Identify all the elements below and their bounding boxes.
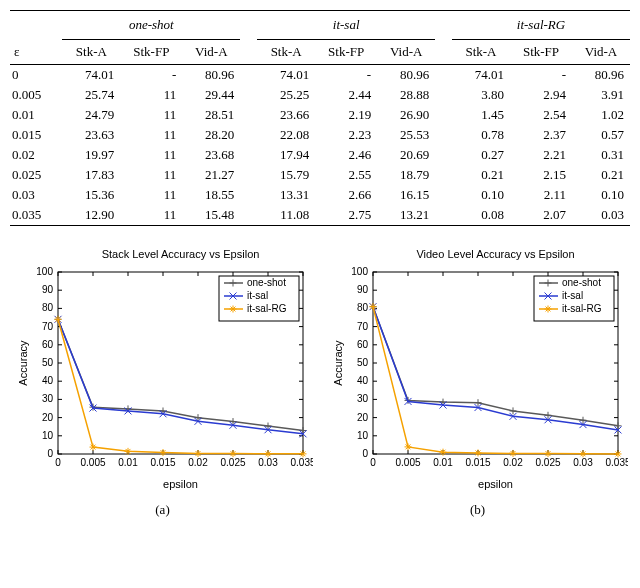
eps-cell: 0.025	[10, 165, 62, 185]
data-cell: 1.45	[452, 105, 510, 125]
svg-text:20: 20	[41, 412, 53, 423]
svg-text:100: 100	[36, 266, 53, 277]
data-cell: -	[120, 65, 182, 86]
data-cell: 11	[120, 145, 182, 165]
data-cell: 2.23	[315, 125, 377, 145]
svg-text:70: 70	[41, 321, 53, 332]
svg-text:0.025: 0.025	[220, 457, 245, 468]
svg-text:30: 30	[356, 393, 368, 404]
svg-text:0.025: 0.025	[535, 457, 560, 468]
data-cell: 80.96	[572, 65, 630, 86]
data-cell: 3.80	[452, 85, 510, 105]
data-cell: 2.07	[510, 205, 572, 226]
chart-a-caption: (a)	[155, 502, 169, 518]
chart-b: Video Level Accuracy vs Epsilon010203040…	[328, 244, 628, 494]
svg-text:10: 10	[41, 430, 53, 441]
data-cell: 13.21	[377, 205, 435, 226]
svg-text:0.03: 0.03	[258, 457, 278, 468]
data-cell: 28.88	[377, 85, 435, 105]
svg-text:epsilon: epsilon	[478, 478, 513, 490]
svg-text:Accuracy: Accuracy	[332, 340, 344, 386]
results-table: one-shot it-sal it-sal-RG ε Stk-A Stk-FP…	[10, 10, 630, 226]
svg-text:0.01: 0.01	[433, 457, 453, 468]
col-vid-a-3: Vid-A	[572, 40, 630, 65]
data-cell: 19.97	[62, 145, 120, 165]
data-cell: 2.21	[510, 145, 572, 165]
data-cell: 12.90	[62, 205, 120, 226]
data-cell: 11	[120, 205, 182, 226]
eps-cell: 0.015	[10, 125, 62, 145]
svg-text:80: 80	[41, 302, 53, 313]
data-cell: 2.11	[510, 185, 572, 205]
data-cell: 11.08	[257, 205, 315, 226]
svg-text:40: 40	[356, 375, 368, 386]
data-cell: 11	[120, 185, 182, 205]
data-cell: 74.01	[62, 65, 120, 86]
svg-text:Stack Level Accuracy vs Epsilo: Stack Level Accuracy vs Epsilon	[101, 248, 259, 260]
data-cell: 25.74	[62, 85, 120, 105]
data-cell: 29.44	[182, 85, 240, 105]
chart-b-wrap: Video Level Accuracy vs Epsilon010203040…	[328, 244, 628, 518]
data-cell: 2.75	[315, 205, 377, 226]
epsilon-header: ε	[10, 40, 62, 65]
svg-text:90: 90	[356, 284, 368, 295]
chart-a-wrap: Stack Level Accuracy vs Epsilon010203040…	[13, 244, 313, 518]
svg-text:it-sal-RG: it-sal-RG	[562, 303, 602, 314]
svg-text:80: 80	[356, 302, 368, 313]
svg-text:70: 70	[356, 321, 368, 332]
svg-text:0.02: 0.02	[503, 457, 523, 468]
data-cell: 23.66	[257, 105, 315, 125]
data-cell: 2.19	[315, 105, 377, 125]
svg-text:Accuracy: Accuracy	[17, 340, 29, 386]
eps-cell: 0.03	[10, 185, 62, 205]
svg-text:0.015: 0.015	[465, 457, 490, 468]
data-cell: 0.10	[452, 185, 510, 205]
svg-text:0.035: 0.035	[605, 457, 628, 468]
chart-a: Stack Level Accuracy vs Epsilon010203040…	[13, 244, 313, 494]
data-cell: 2.46	[315, 145, 377, 165]
data-cell: 11	[120, 165, 182, 185]
group-it-sal-rg: it-sal-RG	[452, 11, 630, 40]
svg-text:30: 30	[41, 393, 53, 404]
svg-text:0: 0	[362, 448, 368, 459]
data-cell: -	[510, 65, 572, 86]
data-cell: 0.03	[572, 205, 630, 226]
data-cell: 21.27	[182, 165, 240, 185]
eps-cell: 0.02	[10, 145, 62, 165]
data-cell: 11	[120, 85, 182, 105]
data-cell: 26.90	[377, 105, 435, 125]
svg-text:0.02: 0.02	[188, 457, 208, 468]
data-cell: 28.51	[182, 105, 240, 125]
data-cell: 0.08	[452, 205, 510, 226]
data-cell: 0.78	[452, 125, 510, 145]
col-stk-a-1: Stk-A	[62, 40, 120, 65]
col-stk-fp-3: Stk-FP	[510, 40, 572, 65]
data-cell: -	[315, 65, 377, 86]
svg-text:20: 20	[356, 412, 368, 423]
data-cell: 23.68	[182, 145, 240, 165]
data-cell: 1.02	[572, 105, 630, 125]
data-cell: 13.31	[257, 185, 315, 205]
data-cell: 11	[120, 125, 182, 145]
col-vid-a-1: Vid-A	[182, 40, 240, 65]
data-cell: 20.69	[377, 145, 435, 165]
svg-text:Video Level Accuracy vs Epsilo: Video Level Accuracy vs Epsilon	[416, 248, 574, 260]
group-it-sal: it-sal	[257, 11, 435, 40]
data-cell: 2.54	[510, 105, 572, 125]
col-vid-a-2: Vid-A	[377, 40, 435, 65]
col-stk-fp-1: Stk-FP	[120, 40, 182, 65]
data-cell: 23.63	[62, 125, 120, 145]
svg-text:50: 50	[41, 357, 53, 368]
eps-cell: 0	[10, 65, 62, 86]
data-cell: 2.44	[315, 85, 377, 105]
data-cell: 3.91	[572, 85, 630, 105]
data-cell: 15.48	[182, 205, 240, 226]
svg-text:0.03: 0.03	[573, 457, 593, 468]
data-cell: 0.10	[572, 185, 630, 205]
data-cell: 2.15	[510, 165, 572, 185]
data-cell: 80.96	[182, 65, 240, 86]
data-cell: 2.94	[510, 85, 572, 105]
data-cell: 0.31	[572, 145, 630, 165]
data-cell: 22.08	[257, 125, 315, 145]
col-stk-a-3: Stk-A	[452, 40, 510, 65]
